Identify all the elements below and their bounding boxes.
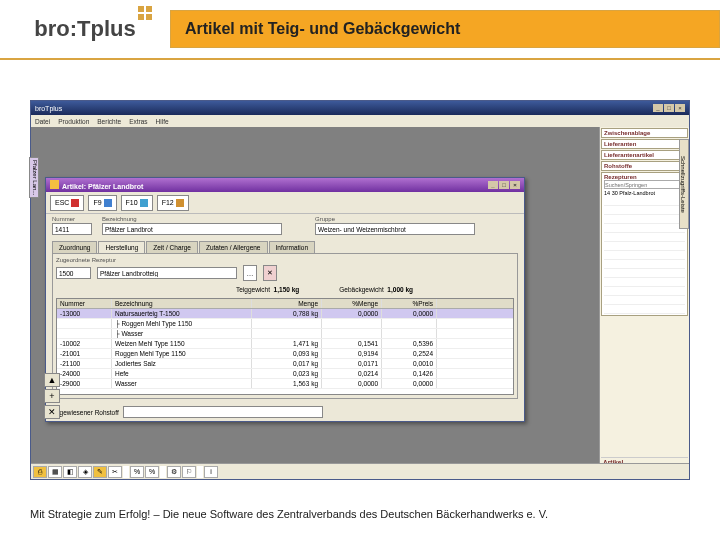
tab-zutaten[interactable]: Zutaten / Allergene [199,241,268,253]
gebaeckgewicht-value: 1,000 kg [387,286,413,293]
lieferantenartikel-header[interactable]: Lieferantenartikel [604,152,685,158]
table-row[interactable]: -21100Jodiertes Salz0,017 kg0,01710,0010 [57,359,513,369]
gruppe-input[interactable] [315,223,475,235]
rezeptur-name-input[interactable] [97,267,237,279]
rezeptur-label: Zugeordnete Rezeptur [56,257,514,263]
rezeptur-num-input[interactable] [56,267,91,279]
table-row[interactable]: -10002Weizen Mehl Type 11501,471 kg0,154… [57,339,513,349]
tab-herstellung[interactable]: Herstellung [98,241,145,253]
bread-icon [50,180,59,189]
table-row[interactable]: ├ Roggen Mehl Type 1150 [57,319,513,329]
f12-button[interactable]: F12 [157,195,189,211]
tab-zuordnung[interactable]: Zuordnung [52,241,97,253]
table-row[interactable]: -29000Wasser1,563 kg0,00000,0000 [57,379,513,389]
f9-button[interactable]: F9 [88,195,116,211]
bezeichnung-input[interactable] [102,223,282,235]
window-buttons[interactable]: _□× [652,104,685,112]
lookup-button[interactable]: … [243,265,257,281]
nummer-label: Nummer [52,216,92,222]
table-row[interactable]: -13000Natursauerteig T-15000,788 kg0,000… [57,309,513,319]
info-icon[interactable]: i [204,466,218,478]
add-button[interactable]: + [44,389,60,403]
clipboard-section[interactable]: Zwischenablage [601,128,688,138]
gruppe-label: Gruppe [315,216,518,222]
nummer-input[interactable] [52,223,92,235]
table-row[interactable]: -21001Roggen Mehl Type 11500,093 kg0,919… [57,349,513,359]
slide-title: Artikel mit Teig- und Gebäckgewicht [170,10,720,48]
dialog-titlebar: Artikel: Pfälzer Landbrot _□× [46,178,524,192]
remove-button[interactable]: ✕ [44,405,60,419]
tab-zeit-charge[interactable]: Zeit / Charge [146,241,198,253]
zugewiesener-rohstoff-input[interactable] [123,406,323,418]
app-menu[interactable]: DateiProduktionBerichteExtrasHilfe [31,115,689,127]
zugewiesener-rohstoff-label: Zugewiesener Rohstoff [52,409,119,416]
gebaeckgewicht-label: Gebäckgewicht [339,286,383,293]
status-bar: ⎙▦◧◈✎✂%%⚙⚐i [31,463,689,479]
table-row[interactable]: ├ Wasser [57,329,513,339]
left-tab[interactable]: Pfalzer Lan... [29,157,39,198]
table-row[interactable]: -24000Hefe0,023 kg0,02140,1426 [57,369,513,379]
app-window: broTplus _□× DateiProduktionBerichteExtr… [30,100,690,480]
dialog-tabs[interactable]: Zuordnung Herstellung Zeit / Charge Zuta… [46,241,524,253]
tab-information[interactable]: Information [269,241,316,253]
move-up-button[interactable]: ▲ [44,373,60,387]
logo: bro:Tplus [0,0,170,58]
ingredient-grid[interactable]: Nummer Bezeichnung Menge %Menge %Preis -… [56,298,514,395]
f10-button[interactable]: F10 [121,195,153,211]
right-panel: Zwischenablage Lieferanten Lieferantenar… [599,127,689,479]
app-titlebar: broTplus _□× [31,101,689,115]
article-dialog: Artikel: Pfälzer Landbrot _□× ESC F9 F10… [45,177,525,422]
teiggewicht-value: 1,150 kg [274,286,300,293]
search-input[interactable] [604,180,685,189]
quick-access-tab[interactable]: Schnellzugriffs-Leiste [679,139,689,229]
rohstoffe-header[interactable]: Rohstoffe [604,163,685,169]
slide-footer: Mit Strategie zum Erfolg! – Die neue Sof… [30,508,548,520]
bezeichnung-label: Bezeichnung [102,216,305,222]
dialog-window-buttons[interactable]: _□× [487,181,520,189]
clear-button[interactable]: ✕ [263,265,277,281]
list-header: 14 30 Pfalz-Landbrot [604,189,685,197]
esc-button[interactable]: ESC [50,195,84,211]
lieferanten-header[interactable]: Lieferanten [604,141,685,147]
dialog-toolbar: ESC F9 F10 F12 [46,192,524,214]
teiggewicht-label: Teiggewicht [236,286,270,293]
